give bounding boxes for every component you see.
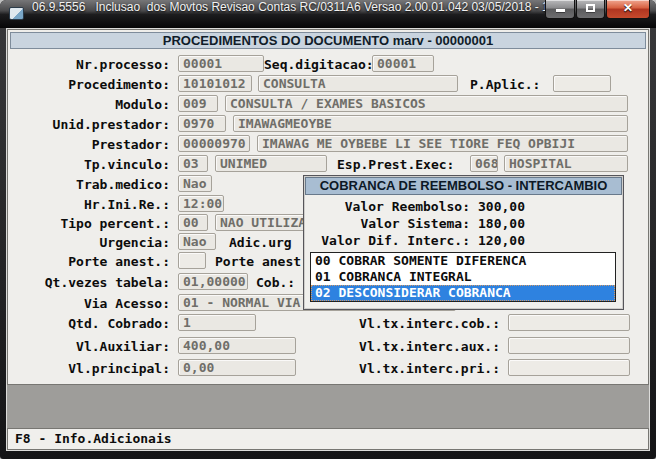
valor-dif-interc-value: 120,00: [470, 233, 525, 249]
label-tipo-percent: Tipo percent.:: [0, 216, 170, 232]
field-unid-prestador-desc[interactable]: IMAWAGMEOYBE: [233, 115, 628, 132]
field-tipo-percent-code[interactable]: 00: [178, 214, 208, 231]
label-p-aplic: P.Aplic.:: [470, 77, 550, 93]
valor-reembolso-label: Valor Reembolso:: [304, 199, 470, 215]
field-vl-tx-interc-aux[interactable]: [508, 337, 630, 354]
label-vl-tx-interc-aux: Vl.tx.interc.aux.:: [330, 339, 500, 355]
option-desconsiderar-cobranca[interactable]: 02 DESCONSIDERAR COBRANCA: [311, 285, 615, 301]
label-urgencia: Urgencia:: [0, 235, 170, 251]
label-qt-vezes-tabela: Qt.vezes tabela:: [0, 275, 170, 291]
close-icon: ✕: [623, 1, 633, 15]
info-row: Valor Sistema: 180,00: [304, 216, 623, 232]
dialog-title: COBRANCA DE REEMBOLSO - INTERCAMBIO: [305, 177, 622, 195]
field-trab-medico[interactable]: Nao: [178, 175, 212, 192]
app-icon: [9, 7, 24, 20]
field-modulo-desc[interactable]: CONSULTA / EXAMES BASICOS: [225, 95, 628, 112]
field-esp-prest-exec-desc[interactable]: HOSPITAL: [504, 155, 628, 172]
info-row: Valor Reembolso: 300,00: [304, 199, 623, 215]
maximize-button[interactable]: [576, 0, 605, 19]
label-qtd-cobrado: Qtd. Cobrado:: [0, 316, 170, 332]
field-vl-principal[interactable]: 0,00: [178, 359, 296, 376]
field-hr-ini-re[interactable]: 12:00: [178, 195, 224, 212]
valor-sistema-value: 180,00: [470, 216, 525, 232]
label-esp-prest-exec: Esp.Prest.Exec:: [337, 157, 465, 173]
field-procedimento-desc[interactable]: CONSULTA: [258, 75, 458, 92]
label-vl-tx-interc-pri: Vl.tx.interc.pri.:: [330, 361, 500, 377]
info-row: Valor Dif. Interc.: 120,00: [304, 233, 623, 249]
field-unid-prestador-code[interactable]: 0970: [178, 115, 226, 132]
field-prestador-desc[interactable]: IMAWAG ME OYBEBE LI SEE TIORE FEQ OPBIJI: [257, 135, 628, 152]
option-cobrar-somente-diferenca[interactable]: 00 COBRAR SOMENTE DIFERENCA: [311, 253, 615, 269]
field-vl-tx-interc-cob[interactable]: [508, 314, 630, 331]
label-unid-prestador: Unid.prestador:: [0, 117, 170, 133]
app-window: 06.9.5556 Inclusao dos Movtos Revisao Co…: [0, 0, 656, 459]
field-tp-vinculo-code[interactable]: 03: [178, 155, 208, 172]
footer-hint: F8 - Info.Adicionais: [7, 428, 649, 450]
field-porte-anest[interactable]: [178, 252, 206, 269]
label-porte-anest: Porte anest.:: [0, 254, 170, 270]
close-button[interactable]: ✕: [606, 0, 650, 19]
field-prestador-code[interactable]: 00000970: [178, 135, 250, 152]
label-vl-principal: Vl.principal:: [0, 361, 170, 377]
label-procedimento: Procedimento:: [0, 77, 170, 93]
valor-dif-interc-label: Valor Dif. Interc.:: [304, 233, 470, 249]
label-vl-tx-interc-cob: Vl.tx.interc.cob.:: [330, 316, 500, 332]
cobranca-reembolso-dialog: COBRANCA DE REEMBOLSO - INTERCAMBIO Valo…: [303, 175, 624, 310]
window-title: 06.9.5556 Inclusao dos Movtos Revisao Co…: [32, 0, 559, 28]
label-tp-vinculo: Tp.vinculo:: [0, 157, 170, 173]
page-title: PROCEDIMENTOS DO DOCUMENTO marv - 000000…: [10, 32, 646, 49]
option-cobranca-integral[interactable]: 01 COBRANCA INTEGRAL: [311, 269, 615, 285]
label-hr-ini-re: Hr.Ini.Re.:: [0, 197, 170, 213]
label-cob: Cob.:: [256, 275, 304, 291]
label-trab-medico: Trab.medico:: [0, 177, 170, 193]
valor-reembolso-value: 300,00: [470, 199, 525, 215]
field-modulo-code[interactable]: 009: [178, 95, 218, 112]
window-titlebar[interactable]: 06.9.5556 Inclusao dos Movtos Revisao Co…: [0, 0, 656, 28]
label-seq-digitacao: Seq.digitacao:: [264, 57, 374, 73]
label-adic-urg: Adic.urg: [229, 235, 307, 251]
field-qtd-cobrado[interactable]: 1: [178, 314, 256, 331]
field-vl-auxiliar[interactable]: 400,00: [178, 337, 296, 354]
cobranca-options-listbox: 00 COBRAR SOMENTE DIFERENCA 01 COBRANCA …: [310, 252, 616, 302]
label-nr-processo: Nr.processo:: [0, 57, 170, 73]
field-nr-processo[interactable]: 00001: [178, 55, 264, 72]
field-esp-prest-exec-code[interactable]: 068: [470, 155, 498, 172]
maximize-icon: [586, 4, 595, 12]
valor-sistema-label: Valor Sistema:: [304, 216, 470, 232]
field-tp-vinculo-desc[interactable]: UNIMED: [215, 155, 327, 172]
field-qt-vezes-tabela[interactable]: 01,00000: [178, 273, 248, 290]
label-prestador: Prestador:: [0, 137, 170, 153]
minimize-button[interactable]: [545, 0, 575, 19]
label-modulo: Modulo:: [0, 97, 170, 113]
field-procedimento-code[interactable]: 10101012: [178, 75, 252, 92]
label-via-acesso: Via Acesso:: [0, 296, 170, 312]
field-urgencia[interactable]: Nao: [178, 233, 216, 250]
field-vl-tx-interc-pri[interactable]: [508, 359, 630, 376]
field-p-aplic[interactable]: [553, 75, 611, 92]
label-porte-anest-exec: Porte anest: [215, 254, 307, 270]
minimize-icon: [556, 9, 565, 12]
window-controls: ✕: [544, 0, 650, 19]
field-seq-digitacao[interactable]: 00001: [372, 55, 434, 72]
label-vl-auxiliar: Vl.Auxiliar:: [0, 339, 170, 355]
